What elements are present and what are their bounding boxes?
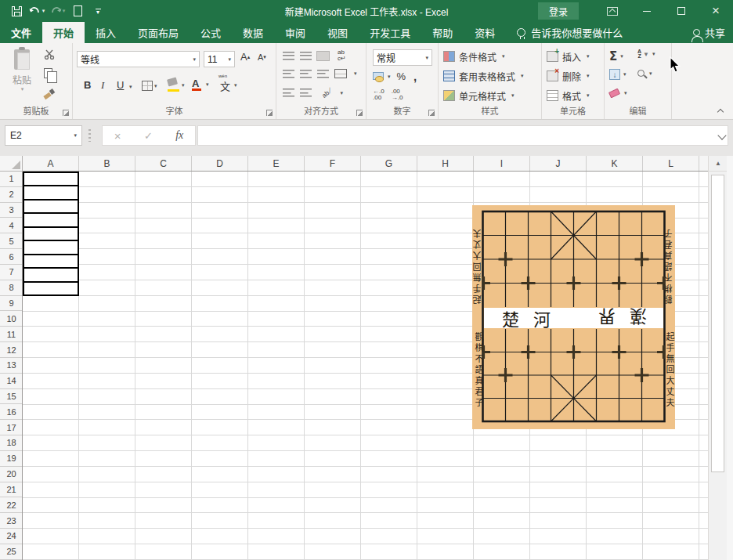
font-size-combo[interactable]: 11▾ [204,51,235,67]
tab-file[interactable]: 文件 [0,22,42,43]
format-cells-button[interactable]: 格式▾ [547,87,590,104]
row-header-25[interactable]: 25 [0,544,23,560]
align-bottom-icon[interactable] [317,52,329,60]
cell-styles-button[interactable]: 单元格样式▾ [443,87,515,104]
row-header-17[interactable]: 17 [0,420,23,435]
align-center-icon[interactable] [300,70,312,78]
column-header-K[interactable]: K [587,156,643,172]
column-header-I[interactable]: I [474,156,530,172]
row-header-18[interactable]: 18 [0,435,23,451]
column-header-M[interactable]: M [699,156,708,172]
font-dialog-launcher-icon[interactable] [266,110,273,116]
increase-decimal-icon[interactable]: ←.0.00 [373,89,385,101]
tab-插入[interactable]: 插入 [85,22,127,43]
find-select-button[interactable]: ▾ [637,70,652,77]
column-header-J[interactable]: J [530,156,587,172]
wrap-text-icon[interactable]: abc↵ [338,49,346,62]
font-name-combo[interactable]: 等线▾ [77,51,200,67]
sort-filter-button[interactable]: AZ ▼▾ [637,49,655,59]
select-all-button[interactable] [0,156,23,172]
underline-dropdown-icon[interactable]: ▾ [129,84,132,90]
fill-button[interactable]: ↓▾ [609,69,626,80]
comma-style-icon[interactable]: , [413,70,417,83]
bordered-cell-A9[interactable] [23,281,79,297]
row-header-15[interactable]: 15 [0,389,23,405]
tab-帮助[interactable]: 帮助 [421,22,464,43]
customize-qat-icon[interactable]: ▾ [89,3,107,19]
delete-cells-button[interactable]: 删除▾ [547,67,590,85]
column-header-D[interactable]: D [192,156,248,172]
ribbon-display-options-icon[interactable] [595,0,630,22]
align-right-icon[interactable] [317,70,329,78]
row-header-7[interactable]: 7 [0,265,23,280]
bordered-cells-a1-a9[interactable] [23,172,79,296]
row-header-2[interactable]: 2 [0,187,23,203]
name-box-dropdown-icon[interactable]: ▾ [74,132,77,139]
row-header-11[interactable]: 11 [0,327,23,342]
tab-资料[interactable]: 资料 [464,22,506,43]
row-header-24[interactable]: 24 [0,529,23,544]
conditional-formatting-button[interactable]: 条件格式▾ [443,48,505,65]
clipboard-dialog-launcher-icon[interactable] [63,110,69,116]
clear-button[interactable]: ▾ [609,90,627,96]
column-header-F[interactable]: F [305,156,361,172]
number-format-combo[interactable]: 常规▾ [373,49,432,66]
row-header-20[interactable]: 20 [0,467,23,482]
row-header-9[interactable]: 9 [0,296,23,312]
font-color-button[interactable]: A ▾ [192,78,209,91]
borders-button[interactable]: ▾ [142,81,157,91]
save-icon[interactable] [8,3,25,19]
row-header-8[interactable]: 8 [0,280,23,296]
column-header-B[interactable]: B [79,156,135,172]
number-dialog-launcher-icon[interactable] [428,110,435,116]
close-icon[interactable]: × [699,0,733,22]
phonetic-guide-button[interactable]: wén文▾ [220,78,237,92]
percent-style-icon[interactable]: % [397,70,406,82]
undo-icon[interactable]: ▾ [28,3,45,19]
underline-button[interactable]: U [117,79,124,91]
minimize-icon[interactable] [630,0,664,22]
align-middle-icon[interactable] [300,52,312,60]
collapse-ribbon-icon[interactable] [717,108,724,114]
grow-font-button[interactable]: A▴ [240,51,250,63]
align-top-icon[interactable] [283,52,294,60]
fill-color-button[interactable]: ▾ [168,78,185,92]
autosum-button[interactable]: Σ▾ [609,49,623,63]
row-header-4[interactable]: 4 [0,218,23,233]
row-header-3[interactable]: 3 [0,203,23,219]
column-header-C[interactable]: C [135,156,192,172]
signin-button[interactable]: 登录 [538,2,579,20]
cut-button[interactable] [44,49,55,60]
accounting-format-icon[interactable] [373,72,384,81]
tab-视图[interactable]: 视图 [316,22,359,43]
italic-button[interactable]: I [101,79,104,92]
row-header-13[interactable]: 13 [0,358,23,374]
merge-center-icon[interactable] [334,69,347,78]
row-header-6[interactable]: 6 [0,249,23,265]
tab-审阅[interactable]: 审阅 [274,22,316,43]
align-left-icon[interactable] [283,70,294,78]
row-header-10[interactable]: 10 [0,311,23,327]
undo-dropdown-icon[interactable]: ▾ [42,8,45,14]
increase-indent-icon[interactable] [300,89,312,97]
format-as-table-button[interactable]: 套用表格格式▾ [443,67,524,85]
decrease-indent-icon[interactable] [283,89,294,97]
column-header-H[interactable]: H [417,156,474,172]
insert-cells-button[interactable]: 插入▾ [547,48,590,65]
cancel-icon[interactable]: × [114,129,121,143]
new-document-icon[interactable] [69,3,86,19]
row-header-21[interactable]: 21 [0,482,23,498]
maximize-icon[interactable] [664,0,699,22]
row-header-23[interactable]: 23 [0,513,23,529]
row-header-1[interactable]: 1 [0,172,23,187]
column-header-L[interactable]: L [643,156,699,172]
copy-button[interactable]: ▾ [44,68,57,78]
row-header-19[interactable]: 19 [0,451,23,467]
row-header-5[interactable]: 5 [0,233,23,249]
row-header-12[interactable]: 12 [0,342,23,358]
orientation-icon[interactable]: ab⟋ [321,87,334,99]
tab-页面布局[interactable]: 页面布局 [127,22,190,43]
tab-数据[interactable]: 数据 [232,22,274,43]
tell-me-box[interactable]: 告诉我你想要做什么 [517,22,623,43]
tab-开发工具[interactable]: 开发工具 [359,22,421,43]
